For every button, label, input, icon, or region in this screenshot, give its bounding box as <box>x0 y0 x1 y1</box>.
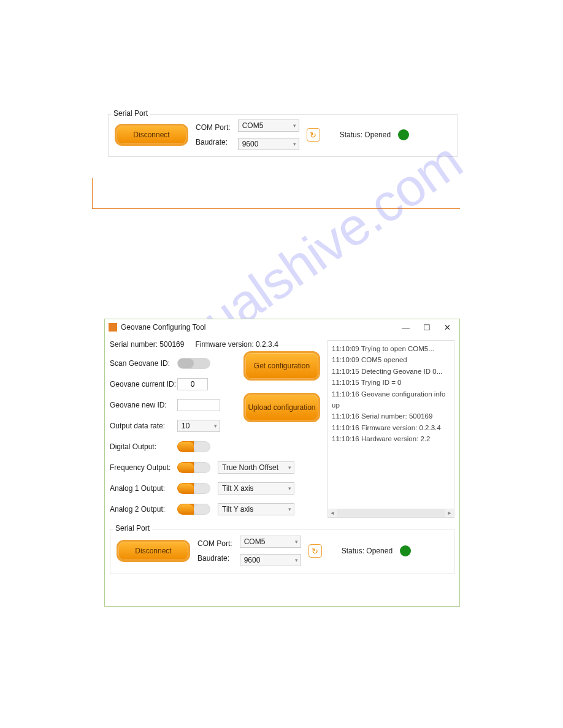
disconnect-label: Disconnect <box>135 547 171 555</box>
analog2-label: Analog 2 Output: <box>110 505 177 514</box>
serial-label-col: COM Port: Baudrate: <box>196 123 231 146</box>
scroll-track[interactable] <box>337 509 445 517</box>
log-line: 11:10:16 Hardware version: 2.2 <box>332 433 450 444</box>
frequency-output-toggle[interactable] <box>177 462 210 473</box>
refresh-button[interactable]: ↻ <box>308 544 322 558</box>
chevron-down-icon: ▾ <box>214 423 217 429</box>
new-id-label: Geovane new ID: <box>110 401 177 409</box>
log-line: 11:10:09 COM5 opened <box>332 354 450 365</box>
serial-label-col: COM Port: Baudrate: <box>197 539 232 563</box>
chevron-down-icon: ▾ <box>295 539 298 545</box>
chevron-down-icon: ▾ <box>295 557 298 563</box>
left-column: Serial number: 500169 Firmware version: … <box>110 340 321 524</box>
current-id-input[interactable] <box>177 378 208 390</box>
titlebar: Geovane Configuring Tool — ☐ ✕ <box>105 319 459 335</box>
digital-output-label: Digital Output: <box>110 442 177 451</box>
serial-port-row: Disconnect COM Port: Baudrate: COM5 ▾ 96… <box>117 536 448 566</box>
com-port-value: COM5 <box>244 537 266 546</box>
disconnect-button[interactable]: Disconnect <box>117 540 190 562</box>
close-button[interactable]: ✕ <box>444 323 451 332</box>
chevron-down-icon: ▾ <box>293 141 296 147</box>
info-row: Serial number: 500169 Firmware version: … <box>110 340 321 349</box>
get-configuration-label: Get configuration <box>254 362 310 370</box>
maximize-button[interactable]: ☐ <box>423 323 431 332</box>
app-window: Geovane Configuring Tool — ☐ ✕ Serial nu… <box>104 319 460 607</box>
status-label: Status: Opened <box>342 547 393 555</box>
refresh-button[interactable]: ↻ <box>307 128 320 142</box>
config-button-column: Get configuration Upload configuration <box>243 351 320 422</box>
log-scrollbar[interactable]: ◄ ► <box>328 509 454 517</box>
log-panel: 11:10:09 Trying to open COM5... 11:10:09… <box>327 340 454 518</box>
log-line: 11:10:16 Serial number: 500169 <box>332 411 450 422</box>
log-line: 11:10:15 Detecting Geovane ID 0... <box>332 366 450 377</box>
upload-configuration-button[interactable]: Upload configuration <box>243 393 320 422</box>
analog1-value: Tilt X axis <box>222 484 254 493</box>
analog1-toggle[interactable] <box>177 483 210 494</box>
chevron-down-icon: ▾ <box>288 485 291 491</box>
scroll-right-icon[interactable]: ► <box>445 509 454 517</box>
baudrate-value: 9600 <box>242 140 259 148</box>
com-port-value: COM5 <box>242 121 264 130</box>
disconnect-label: Disconnect <box>133 131 169 139</box>
divider-horizontal <box>92 208 460 209</box>
baudrate-select[interactable]: 9600 ▾ <box>240 554 301 566</box>
com-port-select[interactable]: COM5 ▾ <box>238 119 299 132</box>
app-icon <box>109 323 117 332</box>
status-dot-icon <box>400 545 411 556</box>
current-id-label: Geovane current ID: <box>110 380 177 389</box>
refresh-icon: ↻ <box>312 547 318 556</box>
output-rate-value: 10 <box>182 422 190 430</box>
status-label: Status: Opened <box>340 131 391 139</box>
serial-port-panel-bottom: Serial Port Disconnect COM Port: Baudrat… <box>110 529 454 574</box>
frequency-output-row: Frequency Output: True North Offset ▾ <box>110 461 321 474</box>
scroll-left-icon[interactable]: ◄ <box>328 509 337 517</box>
log-lines: 11:10:09 Trying to open COM5... 11:10:09… <box>328 341 454 447</box>
serial-number-label: Serial number: 500169 <box>110 340 184 349</box>
baudrate-select[interactable]: 9600 ▾ <box>238 138 299 150</box>
com-port-label: COM Port: <box>197 539 232 548</box>
firmware-version-label: Firmware version: 0.2.3.4 <box>195 340 278 349</box>
output-rate-select[interactable]: 10 ▾ <box>177 420 220 432</box>
serial-select-col: COM5 ▾ 9600 ▾ <box>238 119 299 150</box>
log-line: 11:10:15 Trying ID = 0 <box>332 377 450 388</box>
digital-output-toggle[interactable] <box>177 441 210 452</box>
chevron-down-icon: ▾ <box>293 123 296 129</box>
get-configuration-button[interactable]: Get configuration <box>243 351 320 381</box>
scan-geovane-toggle[interactable] <box>177 358 210 369</box>
status-dot-icon <box>398 129 409 140</box>
analog2-select[interactable]: Tilt Y axis ▾ <box>218 503 294 515</box>
log-line: 11:10:09 Trying to open COM5... <box>332 343 450 354</box>
window-title: Geovane Configuring Tool <box>121 323 398 332</box>
analog1-select[interactable]: Tilt X axis ▾ <box>218 482 294 495</box>
serial-port-legend: Serial Port <box>111 109 150 118</box>
log-line: 11:10:16 Firmware version: 0.2.3.4 <box>332 422 450 433</box>
serial-port-row: Disconnect COM Port: Baudrate: COM5 ▾ 96… <box>115 119 451 150</box>
baudrate-value: 9600 <box>244 556 261 564</box>
scan-geovane-label: Scan Geovane ID: <box>110 359 177 368</box>
disconnect-button[interactable]: Disconnect <box>115 124 188 146</box>
serial-port-legend: Serial Port <box>113 524 152 533</box>
analog2-toggle[interactable] <box>177 504 210 515</box>
chevron-down-icon: ▾ <box>288 464 291 471</box>
frequency-output-label: Frequency Output: <box>110 463 177 472</box>
app-body: Serial number: 500169 Firmware version: … <box>105 335 459 526</box>
minimize-button[interactable]: — <box>402 323 410 332</box>
frequency-output-select[interactable]: True North Offset ▾ <box>218 461 294 474</box>
serial-select-col: COM5 ▾ 9600 ▾ <box>240 536 301 566</box>
output-rate-label: Output data rate: <box>110 422 177 430</box>
analog1-row: Analog 1 Output: Tilt X axis ▾ <box>110 482 321 495</box>
analog2-value: Tilt Y axis <box>222 505 253 514</box>
new-id-input[interactable] <box>177 399 220 411</box>
window-controls: — ☐ ✕ <box>402 323 456 332</box>
frequency-output-value: True North Offset <box>222 463 278 472</box>
chevron-down-icon: ▾ <box>288 506 291 512</box>
com-port-label: COM Port: <box>196 123 231 132</box>
com-port-select[interactable]: COM5 ▾ <box>240 536 301 548</box>
digital-output-row: Digital Output: <box>110 441 321 453</box>
serial-port-panel-top: Serial Port Disconnect COM Port: Baudrat… <box>108 114 458 157</box>
baudrate-label: Baudrate: <box>196 138 231 146</box>
upload-configuration-label: Upload configuration <box>248 403 315 412</box>
analog2-row: Analog 2 Output: Tilt Y axis ▾ <box>110 503 321 515</box>
refresh-icon: ↻ <box>310 131 316 140</box>
analog1-label: Analog 1 Output: <box>110 484 177 493</box>
